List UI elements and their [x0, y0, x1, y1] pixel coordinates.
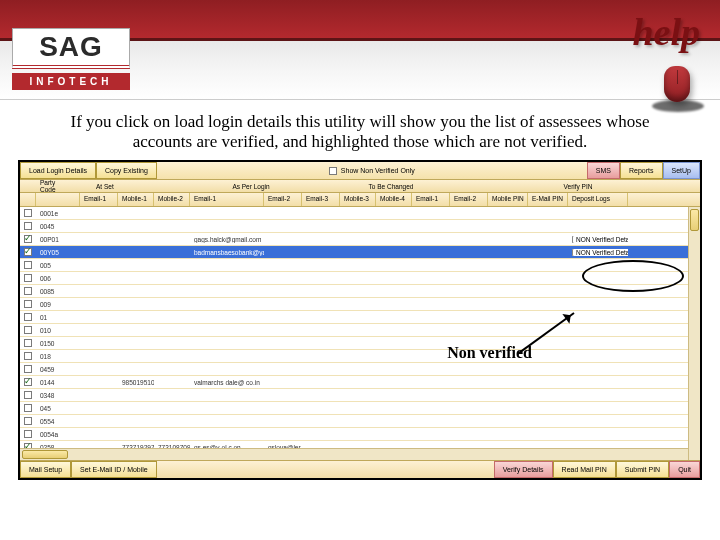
- table-row[interactable]: 005: [20, 259, 700, 272]
- col-m2: Mobile-2: [154, 193, 190, 206]
- col-em1b: Email-1: [190, 193, 264, 206]
- table-row[interactable]: 00P01gags.halck@gmail.comNON Verified De…: [20, 233, 700, 246]
- row-checkbox[interactable]: [20, 430, 36, 438]
- table-row[interactable]: 0459: [20, 363, 700, 376]
- col-m4: Mobile-4: [376, 193, 412, 206]
- row-checkbox[interactable]: [20, 274, 36, 282]
- slide-header: SAG INFOTECH help: [0, 0, 720, 100]
- row-checkbox[interactable]: [20, 404, 36, 412]
- band-verify: Verify PIN: [456, 183, 700, 190]
- row-checkbox[interactable]: [20, 417, 36, 425]
- section-band: Party Code At Set As Per Login To Be Cha…: [20, 180, 700, 193]
- col-m3: Mobile-3: [340, 193, 376, 206]
- checkbox-icon: [24, 391, 32, 399]
- checkbox-icon: [24, 313, 32, 321]
- column-headers: Email-1 Mobile-1 Mobile-2 Email-1 Email-…: [20, 193, 700, 207]
- checkbox-icon: [24, 300, 32, 308]
- help-heading: help: [632, 10, 700, 54]
- checkbox-icon: [24, 365, 32, 373]
- checkbox-icon: [24, 235, 32, 243]
- table-row[interactable]: 0554: [20, 415, 700, 428]
- table-row[interactable]: 0150: [20, 337, 700, 350]
- checkbox-icon: [24, 248, 32, 256]
- checkbox-icon: [329, 167, 337, 175]
- sms-button[interactable]: SMS: [587, 162, 620, 179]
- description-text: If you click on load login details this …: [0, 100, 720, 158]
- checkbox-icon: [24, 261, 32, 269]
- row-checkbox[interactable]: [20, 326, 36, 334]
- show-non-verified-checkbox[interactable]: Show Non Verified Only: [157, 162, 587, 179]
- table-row[interactable]: 0085: [20, 285, 700, 298]
- top-toolbar: Load Login Details Copy Existing Show No…: [20, 162, 700, 180]
- table-row[interactable]: 018: [20, 350, 700, 363]
- table-row[interactable]: 01449850195109valmarchs dale@ co.in: [20, 376, 700, 389]
- row-checkbox[interactable]: [20, 209, 36, 217]
- bottom-toolbar: Mail Setup Set E-Mail ID / Mobile Verify…: [20, 460, 700, 478]
- row-checkbox[interactable]: [20, 248, 36, 256]
- row-checkbox[interactable]: [20, 300, 36, 308]
- table-row[interactable]: 045: [20, 402, 700, 415]
- band-tochange: To Be Changed: [326, 183, 456, 190]
- row-checkbox[interactable]: [20, 313, 36, 321]
- checkbox-icon: [24, 417, 32, 425]
- row-checkbox[interactable]: [20, 261, 36, 269]
- col-dep: Deposit Logs: [568, 193, 628, 206]
- checkbox-icon: [24, 352, 32, 360]
- band-asper: As Per Login: [176, 183, 326, 190]
- data-rows: 0001e004500P01gags.halck@gmail.comNON Ve…: [20, 207, 700, 460]
- col-party: [36, 193, 80, 206]
- table-row[interactable]: 0054a: [20, 428, 700, 441]
- table-row[interactable]: 0001e: [20, 207, 700, 220]
- checkbox-icon: [24, 339, 32, 347]
- submit-pin-button[interactable]: Submit PIN: [616, 461, 669, 478]
- row-checkbox[interactable]: [20, 287, 36, 295]
- app-screenshot: Load Login Details Copy Existing Show No…: [18, 160, 702, 480]
- checkbox-icon: [24, 209, 32, 217]
- band-party: Party Code: [20, 179, 76, 193]
- verify-details-button[interactable]: Verify Details: [494, 461, 553, 478]
- quit-button[interactable]: Quit: [669, 461, 700, 478]
- row-checkbox[interactable]: [20, 235, 36, 243]
- col-checkbox: [20, 193, 36, 206]
- row-checkbox[interactable]: [20, 352, 36, 360]
- checkbox-icon: [24, 274, 32, 282]
- col-m1: Mobile-1: [118, 193, 154, 206]
- show-non-verified-label: Show Non Verified Only: [341, 167, 415, 174]
- table-row[interactable]: 006: [20, 272, 700, 285]
- copy-existing-button[interactable]: Copy Existing: [96, 162, 157, 179]
- row-checkbox[interactable]: [20, 391, 36, 399]
- col-em3: Email-3: [302, 193, 340, 206]
- checkbox-icon: [24, 378, 32, 386]
- table-row[interactable]: 01: [20, 311, 700, 324]
- checkbox-icon: [24, 222, 32, 230]
- load-login-button[interactable]: Load Login Details: [20, 162, 96, 179]
- table-row[interactable]: 0045: [20, 220, 700, 233]
- logo-main-text: SAG: [12, 28, 130, 69]
- col-epn: E-Mail PIN: [528, 193, 568, 206]
- read-mail-pin-button[interactable]: Read Mail PIN: [553, 461, 616, 478]
- table-row[interactable]: 0348: [20, 389, 700, 402]
- horizontal-scrollbar[interactable]: [20, 448, 688, 460]
- row-checkbox[interactable]: [20, 365, 36, 373]
- col-em2c: Email-2: [450, 193, 488, 206]
- mouse-icon: [658, 62, 694, 106]
- row-checkbox[interactable]: [20, 378, 36, 386]
- table-row[interactable]: 010: [20, 324, 700, 337]
- annotation-label: Non verified: [447, 344, 532, 362]
- table-row[interactable]: 009: [20, 298, 700, 311]
- logo-sub-text: INFOTECH: [12, 73, 130, 90]
- reports-button[interactable]: Reports: [620, 162, 663, 179]
- row-checkbox[interactable]: [20, 222, 36, 230]
- col-em1c: Email-1: [412, 193, 450, 206]
- row-checkbox[interactable]: [20, 339, 36, 347]
- checkbox-icon: [24, 287, 32, 295]
- vertical-scrollbar[interactable]: [688, 207, 700, 460]
- table-row[interactable]: 00Y05badmansbaesobank@yahoo.co.inNON Ver…: [20, 246, 700, 259]
- col-em1: Email-1: [80, 193, 118, 206]
- setup-button[interactable]: SetUp: [663, 162, 700, 179]
- checkbox-icon: [24, 404, 32, 412]
- set-email-id-button[interactable]: Set E-Mail ID / Mobile: [71, 461, 157, 478]
- col-mpn: Mobile PIN: [488, 193, 528, 206]
- mail-setup-button[interactable]: Mail Setup: [20, 461, 71, 478]
- checkbox-icon: [24, 326, 32, 334]
